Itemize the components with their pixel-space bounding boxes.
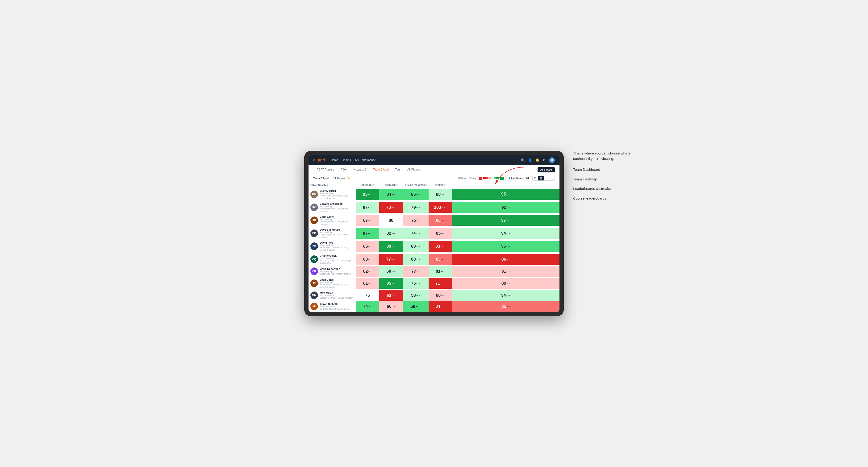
player-cell-8[interactable]: MM Matt Miller 6-10 Handicap Woburn Golf… [309,290,356,301]
add-team-button[interactable]: Add Team [537,167,555,173]
stat-cell: 87 -3▼ [356,214,379,227]
nav-links: Home Teams My Performance [331,158,376,163]
stat-cell: 83 -6▼ [429,253,452,266]
player-avatar: EE [310,217,318,224]
download-button[interactable]: ↓ [550,176,555,181]
stat-cell: 86 -8▼ [452,253,559,266]
round-change-label: 20 Round Change [458,177,477,180]
player-cell-3[interactable]: DB Dave Billingham 1-5 Handicap Gog Mago… [309,227,356,240]
player-club: Royal North Devon Golf Club, United King… [320,283,354,288]
col-header-player[interactable]: Player Quality ▾ [309,182,356,188]
player-cell-6[interactable]: CR Chris Robertson 1-5 Handicap Craigmil… [309,266,356,277]
col-header-putting[interactable]: Putting ▾ [429,182,452,188]
player-avatar: BM [310,191,318,198]
tab-team-clippd[interactable]: Team Clippd [370,165,392,174]
stat-cell: 97 +5▲ [452,214,559,227]
tab-tour[interactable]: Tour [392,165,404,174]
search-icon[interactable]: 🔍 [521,158,525,162]
tab-all-players[interactable]: All Players [404,165,424,174]
player-avatar: DB [310,229,318,237]
player-cell-0[interactable]: BM Blair McHarg Plus Handicap Royal Nort… [309,188,356,201]
player-count: 14 Players [333,177,345,180]
top-nav: clippd Home Teams My Performance 🔍 👤 🔔 ⚙… [309,155,559,165]
stat-cell: 94 +1▲ [452,227,559,240]
view-toggles: ⊞ ▦ ☰ ↓ [532,176,555,181]
stat-cell: 75 [356,290,379,301]
nav-link-teams[interactable]: Teams [342,158,351,163]
nav-link-my-performance[interactable]: My Performance [355,158,376,163]
stat-cell: 79 +9▲ [403,201,429,214]
player-cell-1[interactable]: EC Edward Crossman 1-5 Handicap Sunningd… [309,201,356,214]
tab-pgat-players[interactable]: PGAT Players [313,165,338,174]
stat-cell: 95 +8▲ [379,277,403,290]
stat-cell: 94 +3▲ [452,290,559,301]
stat-cell: 88 [379,214,403,227]
stat-cell: 74 -8▼ [356,301,379,312]
player-info: David Ford Plus Handicap Royal North Dev… [320,241,354,251]
player-club: Sunningdale Golf Club, United Kingdom [320,208,354,212]
edit-icon[interactable]: ✏️ [347,177,350,180]
settings-icon[interactable]: ⚙ [543,158,546,162]
player-name: David Ford [320,241,354,244]
player-cell-5[interactable]: CQ Charlie Quick 6-10 Handicap St. Georg… [309,253,356,266]
stat-cell: 58 +4▲ [403,290,429,301]
annotation-item-3: Leaderboards & streaks [573,186,639,191]
col-header-approach[interactable]: Approach ▾ [379,182,403,188]
player-cell-7[interactable]: JC Josh Coles 1-5 Handicap Royal North D… [309,277,356,290]
player-avatar: EC [310,204,318,211]
stat-cell: 85 +8▲ [403,188,429,201]
table-row: CQ Charlie Quick 6-10 Handicap St. Georg… [309,253,559,266]
player-avatar: DF [310,243,318,250]
sub-nav-right: Add Team [537,167,555,173]
stat-cell: 88 -1▼ [429,188,452,201]
nav-link-home[interactable]: Home [331,158,338,163]
user-icon[interactable]: 👤 [528,158,532,162]
player-handicap: 1-5 Handicap [320,218,354,220]
player-name: Blair McHarg [320,189,354,192]
stat-cell: 81 -3▼ [356,277,379,290]
col-header-around-green[interactable]: Around the Green ▾ [403,182,429,188]
player-club: Royal North Devon Golf Club, United King… [320,247,354,251]
player-cell-4[interactable]: DF David Ford Plus Handicap Royal North … [309,240,356,253]
tab-hcaps[interactable]: Hcaps 1-5 [350,165,370,174]
player-name: Aaron Nicholls [320,303,349,305]
stat-cell: 60 +2▲ [379,266,403,277]
player-name: Chris Robertson [320,268,351,270]
list-view-button[interactable]: ☰ [544,176,550,181]
stat-cell: 75 -3▼ [403,214,429,227]
col-header-off-tee[interactable]: Off the Tee ▾ [356,182,379,188]
heatmap-table: Player Quality ▾ Off the Tee ▾ Approach … [309,182,559,312]
player-name: Elliot Ebert [320,215,354,218]
annotation-list: Team Dashboard Team Heatmap Leaderboards… [573,167,639,201]
brand-logo: clippd [313,158,325,162]
table-row: CR Chris Robertson 1-5 Handicap Craigmil… [309,266,559,277]
stat-cell: 87 +4▲ [356,227,379,240]
player-cell-2[interactable]: EE Elliot Ebert 1-5 Handicap Sunningdale… [309,214,356,227]
player-info: Josh Coles 1-5 Handicap Royal North Devo… [320,278,354,288]
page-wrapper: This is where you can choose which dashb… [304,151,564,316]
team-name: Team Clippd [313,177,329,180]
player-avatar: CR [310,268,318,275]
tab-pga[interactable]: PGA [338,165,350,174]
player-name: Dave Billingham [320,228,354,231]
player-handicap: 1-5 Handicap [320,231,354,234]
player-club: Drift Golf Club, United Kingdom [320,308,349,310]
pipe-separator: | [331,177,331,180]
stat-cell: 84 -21▼ [429,301,452,312]
stat-cell: 85 -3▼ [429,227,452,240]
stat-cell: 82 +4▲ [379,227,403,240]
player-info: Charlie Quick 6-10 Handicap St. George's… [320,254,354,264]
stat-cell: 83 -10▼ [429,240,452,253]
player-club: Craigmillar Park, United Kingdom [320,273,351,275]
table-row: JC Josh Coles 1-5 Handicap Royal North D… [309,277,559,290]
stat-cell: 88 -2▼ [429,290,452,301]
heatmap-view-button[interactable]: ▦ [538,176,544,181]
grid-view-button[interactable]: ⊞ [533,176,538,181]
user-avatar[interactable]: U [549,157,555,163]
stat-cell: 87 +1▲ [356,201,379,214]
bell-icon[interactable]: 🔔 [535,158,539,162]
player-cell-9[interactable]: AN Aaron Nicholls 11-15 Handicap Drift G… [309,301,356,312]
annotation-item-4: Course leaderboards [573,196,639,201]
annotation-arrow [481,165,528,188]
player-club: St. George's Hill GC - Weybridge - Surre… [320,259,354,264]
